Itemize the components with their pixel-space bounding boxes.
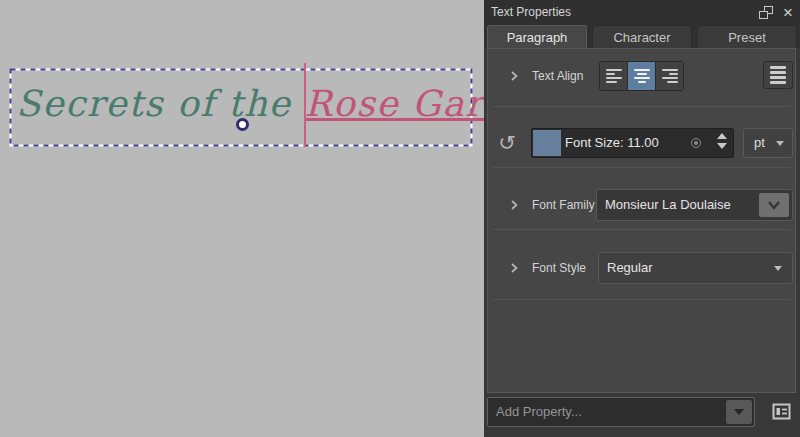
font-family-row: Font Family Monsieur La Doulaise (488, 189, 795, 221)
selection-handle[interactable] (236, 118, 249, 131)
undo-icon[interactable]: ↺ (494, 130, 520, 156)
font-family-label: Font Family (532, 189, 595, 221)
add-property-placeholder: Add Property... (496, 398, 582, 426)
align-center-icon[interactable] (628, 62, 656, 90)
font-size-fill (533, 130, 561, 156)
text-align-label: Text Align (532, 61, 583, 91)
chevron-down-icon[interactable] (726, 400, 752, 424)
text-segment-green: Secrets of the (16, 83, 304, 124)
font-size-row: ↺ Font Size: 11.00 pt (488, 128, 795, 158)
font-family-dropdown[interactable]: Monsieur La Doulaise (596, 189, 793, 221)
unit-value: pt (754, 129, 765, 157)
paragraph-tab-content: Text Align (487, 48, 796, 393)
chevron-down-icon (774, 266, 782, 271)
font-style-dropdown[interactable]: Regular (598, 252, 793, 284)
text-properties-docker: Text Properties × Paragraph Character Pr… (484, 0, 800, 437)
expander-chevron-icon[interactable] (509, 70, 519, 82)
docker-titlebar[interactable]: Text Properties × (484, 0, 800, 24)
canvas-area[interactable]: Secrets of the Rose Garden (0, 0, 484, 437)
align-right-icon[interactable] (656, 62, 683, 90)
text-align-row: Text Align (488, 61, 795, 91)
font-size-value: Font Size: 11.00 (565, 129, 659, 157)
float-window-icon[interactable] (759, 6, 773, 19)
docker-tabs: Paragraph Character Preset (484, 24, 800, 48)
separator (493, 106, 790, 107)
expander-chevron-icon[interactable] (509, 262, 519, 274)
tab-paragraph[interactable]: Paragraph (487, 25, 587, 48)
font-style-row: Font Style Regular (488, 252, 795, 284)
expander-chevron-icon[interactable] (509, 199, 519, 211)
tab-preset[interactable]: Preset (697, 25, 797, 48)
separator (493, 167, 790, 168)
spin-down-icon[interactable] (717, 143, 727, 149)
separator (493, 229, 790, 230)
add-property-dropdown[interactable]: Add Property... (487, 397, 755, 427)
close-icon[interactable]: × (783, 4, 793, 21)
justify-icon[interactable] (763, 61, 793, 89)
spin-up-icon[interactable] (717, 133, 727, 139)
text-cursor-caret (304, 63, 306, 147)
circle-dot-icon[interactable] (691, 138, 701, 148)
font-size-unit-dropdown[interactable]: pt (743, 128, 793, 158)
font-style-value: Regular (607, 253, 653, 283)
font-size-spinbox[interactable]: Font Size: 11.00 (531, 128, 734, 158)
tab-character[interactable]: Character (592, 25, 692, 48)
separator (493, 299, 790, 300)
docker-title: Text Properties (491, 5, 571, 19)
list-box-icon[interactable] (771, 402, 791, 421)
align-left-icon[interactable] (600, 62, 628, 90)
font-style-label: Font Style (532, 252, 586, 284)
text-align-button-group (599, 61, 684, 91)
canvas-text-object[interactable]: Secrets of the Rose Garden (16, 86, 472, 122)
chevron-down-icon (776, 141, 784, 146)
font-family-value: Monsieur La Doulaise (605, 190, 731, 220)
chevron-down-icon[interactable] (759, 193, 789, 217)
